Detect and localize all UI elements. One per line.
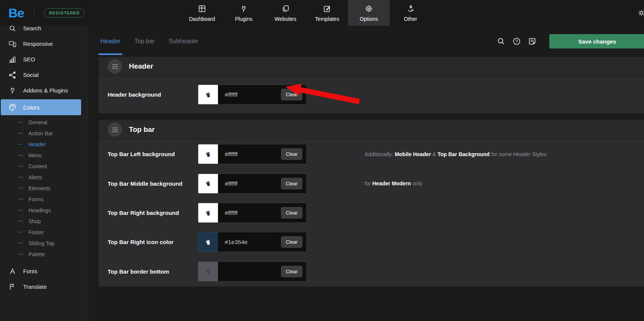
palette-icon (8, 103, 17, 111)
sub-item-label: Palette (28, 251, 45, 257)
nav-item-templates[interactable]: Templates (306, 0, 348, 26)
color-swatch[interactable] (198, 85, 218, 104)
sub-item-label: Shop (28, 218, 41, 224)
color-swatch[interactable] (198, 262, 218, 281)
seo-chart-icon (8, 55, 17, 64)
sub-item-content[interactable]: Content (0, 161, 88, 172)
nav-item-other[interactable]: Other (390, 0, 431, 26)
sub-item-action-bar[interactable]: Action Bar (0, 128, 88, 139)
color-picker-field[interactable]: Clear (198, 261, 307, 282)
tab-header[interactable]: Header (100, 38, 120, 45)
clear-button[interactable]: Clear (281, 266, 302, 277)
search-icon[interactable] (497, 37, 506, 46)
sub-item-header[interactable]: Header (0, 139, 88, 150)
sidebar-item-translate[interactable]: Translate (0, 279, 88, 294)
sub-item-label: Menu (28, 152, 42, 158)
sidebar-item-label: Addons & Plugins (23, 87, 68, 94)
color-picker-field[interactable]: Clear (198, 232, 307, 252)
sub-item-footer[interactable]: Footer (0, 227, 88, 238)
registered-badge: REGISTERED (44, 8, 85, 17)
sub-item-forms[interactable]: Forms (0, 194, 88, 205)
dash-bullet (18, 254, 23, 255)
option-label: Top Bar Middle background (108, 180, 198, 187)
color-picker-field[interactable]: Clear (198, 203, 307, 223)
option-row-topbar-middle-background: Top Bar Middle background Clear (99, 169, 644, 198)
dash-bullet (18, 155, 23, 156)
clear-button[interactable]: Clear (281, 178, 302, 189)
drag-handle[interactable] (108, 59, 122, 74)
be-logo[interactable]: Be (8, 6, 24, 20)
color-swatch[interactable] (198, 144, 218, 164)
hex-color-input[interactable] (218, 91, 281, 98)
gear-icon (365, 4, 373, 13)
sidebar-item-search[interactable]: Search (0, 26, 88, 36)
sun-icon[interactable] (636, 8, 644, 18)
sub-item-label: Headings (28, 207, 51, 213)
color-swatch[interactable] (198, 232, 218, 252)
notes-icon[interactable] (528, 37, 537, 46)
sub-item-palette[interactable]: Palette (0, 249, 88, 260)
save-changes-button[interactable]: Save changes (549, 34, 644, 49)
hex-color-input[interactable] (218, 239, 281, 245)
tabs: Header Top bar Subheader (100, 38, 198, 45)
nav-item-plugins[interactable]: Plugins (223, 0, 265, 26)
sidebar-item-label: SEO (23, 56, 35, 63)
sidebar-item-fonts[interactable]: Fonts (0, 263, 88, 279)
sidebar-item-addons-plugins[interactable]: Addons & Plugins (0, 83, 88, 98)
sidebar-item-responsive[interactable]: Responsive (0, 36, 88, 52)
hex-color-input[interactable] (218, 268, 281, 275)
sidebar-item-seo[interactable]: SEO (0, 52, 88, 67)
color-swatch[interactable] (198, 174, 218, 193)
paint-bucket-icon (204, 91, 212, 99)
hex-color-input[interactable] (218, 210, 281, 216)
clear-button[interactable]: Clear (281, 89, 302, 100)
sub-item-alerts[interactable]: Alerts (0, 172, 88, 183)
nav-label: Other (404, 16, 417, 22)
share-icon (8, 71, 17, 79)
sub-item-label: Elements (28, 185, 50, 191)
sub-item-sliding-top[interactable]: Sliding Top (0, 238, 88, 249)
svg-text:?: ? (516, 39, 518, 44)
sidebar-item-colors[interactable]: Colors (1, 99, 81, 115)
hex-color-input[interactable] (218, 180, 281, 187)
colors-sub-list: General Action Bar Header Menu Content A… (0, 117, 88, 260)
sub-item-shop[interactable]: Shop (0, 216, 88, 227)
drag-handle[interactable] (108, 122, 122, 137)
nav-item-options[interactable]: Options (348, 0, 390, 26)
tab-top-bar[interactable]: Top bar (134, 38, 154, 45)
section-title: Top bar (129, 125, 155, 134)
sub-item-general[interactable]: General (0, 117, 88, 128)
option-note: for Header Modern only (365, 180, 422, 186)
sub-item-label: Content (28, 163, 47, 169)
sub-item-label: Alerts (28, 174, 42, 180)
hex-color-input[interactable] (218, 151, 281, 157)
dash-bullet (18, 210, 23, 211)
option-row-topbar-left-background: Top Bar Left background Clear (99, 139, 644, 169)
nav-item-websites[interactable]: Websites (265, 0, 306, 26)
sub-item-menu[interactable]: Menu (0, 150, 88, 161)
clear-button[interactable]: Clear (281, 207, 302, 219)
tab-subheader[interactable]: Subheader (169, 38, 198, 45)
option-row-header-background: Header background Clear (99, 76, 644, 113)
dashboard-icon (198, 4, 206, 13)
sub-item-elements[interactable]: Elements (0, 183, 88, 194)
plug-icon (8, 86, 17, 95)
app-bar: Be REGISTERED Dashboard Plugins (0, 0, 644, 26)
sub-item-headings[interactable]: Headings (0, 205, 88, 216)
options-tab-bar: Header Top bar Subheader ? Save changes (88, 26, 644, 57)
dash-bullet (18, 188, 23, 189)
color-picker-field[interactable]: Clear (198, 174, 307, 194)
color-swatch[interactable] (198, 203, 218, 222)
clear-button[interactable]: Clear (281, 236, 302, 248)
color-picker-field[interactable]: Clear (198, 144, 307, 164)
sidebar-item-social[interactable]: Social (0, 67, 88, 83)
sidebar-item-label: Fonts (23, 268, 38, 274)
help-icon[interactable]: ? (512, 37, 521, 46)
color-picker-field[interactable]: Clear (198, 85, 307, 105)
sub-item-label: Header (28, 141, 46, 147)
paint-bucket-icon (204, 180, 212, 187)
sidebar: Search Responsive SEO Social (0, 26, 88, 321)
nav-item-dashboard[interactable]: Dashboard (181, 0, 223, 26)
dash-bullet (18, 177, 23, 178)
clear-button[interactable]: Clear (281, 148, 302, 160)
